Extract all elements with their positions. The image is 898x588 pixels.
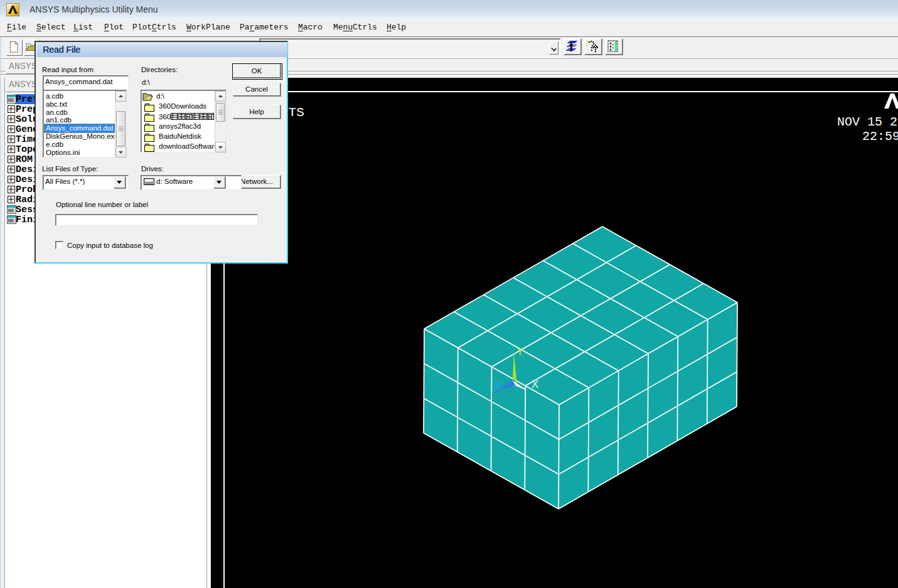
svg-text:Z: Z (494, 380, 501, 393)
svg-text:X: X (532, 378, 539, 392)
svg-text:Y: Y (516, 345, 524, 359)
